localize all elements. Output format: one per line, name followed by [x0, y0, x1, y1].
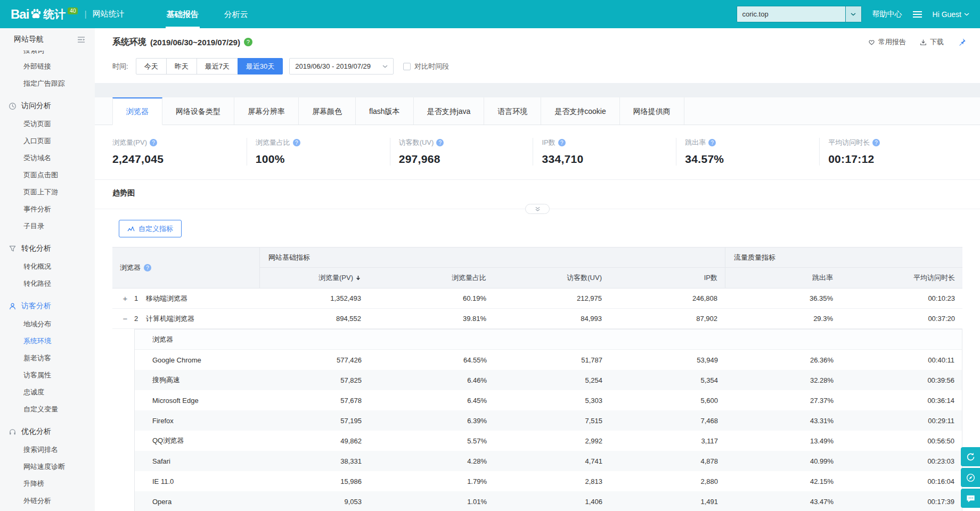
sidebar-item[interactable]: 转化概况 [0, 258, 95, 275]
chevron-down-icon[interactable] [845, 6, 861, 22]
help-icon[interactable]: ? [436, 139, 444, 146]
sidebar-item[interactable]: 地域分布 [0, 316, 95, 333]
help-icon[interactable]: ? [293, 139, 300, 146]
user-menu[interactable]: Hi Guest [933, 10, 969, 19]
table-row[interactable]: −2计算机端浏览器894,55239.81%84,99387,90229.3%0… [112, 309, 962, 329]
sidebar-item[interactable]: 自定义变量 [0, 401, 95, 418]
guide-float-button[interactable] [961, 468, 980, 487]
sidebar-item[interactable]: 外部链接 [0, 58, 95, 75]
help-icon[interactable]: ? [144, 264, 151, 271]
sidebar-item[interactable]: 页面点击图 [0, 167, 95, 184]
nav-tab[interactable]: 分析云 [211, 0, 261, 28]
column-header[interactable]: IP数 [609, 268, 725, 288]
row-value: 4,741 [494, 457, 610, 465]
range-button[interactable]: 最近30天 [238, 58, 283, 75]
menu-icon[interactable] [913, 11, 922, 18]
report-tab[interactable]: 网络提供商 [620, 97, 684, 125]
sidebar-item[interactable]: 页面上下游 [0, 184, 95, 201]
help-icon[interactable]: ? [244, 38, 252, 46]
sidebar-item[interactable]: 搜索词 [0, 51, 95, 58]
sidebar-item[interactable]: 系统环境 [0, 333, 95, 350]
range-button[interactable]: 今天 [136, 58, 167, 75]
site-selector[interactable]: coric.top [737, 6, 862, 22]
row-value: 43.47% [725, 498, 841, 506]
sidebar-item[interactable]: 受访页面 [0, 116, 95, 133]
column-header[interactable]: 浏览量占比 [369, 268, 494, 288]
sub-table-row[interactable]: Microsoft Edge57,6786.45%5,3035,60027.37… [135, 390, 962, 410]
custom-metric-button[interactable]: 自定义指标 [119, 220, 182, 237]
sidebar-item[interactable]: 外链分析 [0, 492, 95, 509]
sidebar-item[interactable]: 升降榜 [0, 475, 95, 492]
sidebar-item[interactable]: 新老访客 [0, 350, 95, 367]
column-header[interactable]: 跳出率 [725, 268, 840, 288]
range-button[interactable]: 昨天 [166, 58, 197, 75]
column-header-label: 浏览量(PV) [318, 273, 353, 283]
row-value: 38,331 [260, 457, 369, 465]
sidebar-item[interactable]: 指定广告跟踪 [0, 75, 95, 92]
metric-value: 297,968 [399, 153, 533, 166]
pin-icon[interactable] [958, 38, 966, 46]
date-range-select[interactable]: 2019/06/30 - 2019/07/29 [289, 58, 394, 75]
column-header[interactable]: 浏览量(PV) [259, 268, 369, 288]
help-icon[interactable]: ? [708, 139, 716, 146]
sub-table-row[interactable]: Safari38,3314.28%4,7414,87840.99%00:23:0… [135, 451, 962, 471]
chat-float-button[interactable] [961, 489, 980, 508]
sidebar-item[interactable]: 受访域名 [0, 150, 95, 167]
help-center-link[interactable]: 帮助中心 [872, 10, 902, 19]
sidebar-item[interactable]: 转化路径 [0, 275, 95, 292]
collapse-row-icon[interactable]: − [121, 315, 129, 323]
collapse-menu-icon[interactable] [77, 36, 85, 43]
download-button[interactable]: 下载 [920, 37, 944, 47]
report-tab[interactable]: 网络设备类型 [162, 97, 234, 125]
row-value: 00:37:20 [840, 315, 962, 323]
report-tab[interactable]: 是否支持java [414, 97, 485, 125]
range-button[interactable]: 最近7天 [197, 58, 238, 75]
sub-table-row[interactable]: 搜狗高速57,8256.46%5,2545,35432.28%00:39:56 [135, 370, 962, 390]
report-tab[interactable]: 屏幕分辨率 [234, 97, 299, 125]
report-tab[interactable]: 是否支持cookie [541, 97, 619, 125]
sidebar-item[interactable]: 访客属性 [0, 367, 95, 384]
baidu-tongji-logo[interactable]: Bai 统计 40 | 网站统计 [11, 7, 125, 22]
sidebar-section[interactable]: 优化分析 [0, 422, 95, 441]
report-tab[interactable]: 屏幕颜色 [299, 97, 356, 125]
metric-value: 100% [256, 153, 390, 166]
product-name: 网站统计 [93, 9, 125, 19]
trend-label: 趋势图 [112, 188, 962, 198]
nav-tab[interactable]: 基础报告 [154, 0, 211, 28]
compare-period-toggle[interactable]: 对比时间段 [403, 62, 449, 71]
sidebar-section[interactable]: 访客分析 [0, 296, 95, 316]
row-value: 00:17:39 [841, 498, 962, 506]
report-tab[interactable]: 语言环境 [484, 97, 541, 125]
sidebar-section[interactable]: 转化分析 [0, 239, 95, 258]
sub-table-row[interactable]: Google Chrome577,42664.55%51,78753,94926… [135, 350, 962, 370]
report-tab[interactable]: 浏览器 [112, 97, 162, 125]
sidebar-item[interactable]: 入口页面 [0, 133, 95, 150]
sidebar-section[interactable]: 访问分析 [0, 96, 95, 116]
favorite-report-button[interactable]: 常用报告 [868, 37, 906, 47]
sub-table-row[interactable]: IE 11.015,9861.79%2,8132,88042.15%00:16:… [135, 471, 962, 491]
sub-table-row[interactable]: Opera9,0531.01%1,4061,49143.47%00:17:39 [135, 491, 962, 511]
collapse-trend-button[interactable] [525, 204, 550, 214]
column-header[interactable]: 访客数(UV) [494, 268, 609, 288]
help-icon[interactable]: ? [872, 139, 880, 146]
sub-table-row[interactable]: Firefox57,1956.39%7,5157,46843.31%00:29:… [135, 410, 962, 431]
row-value: 212,975 [494, 294, 609, 302]
report-tab[interactable]: flash版本 [356, 97, 414, 125]
help-icon[interactable]: ? [150, 139, 157, 146]
sidebar-item[interactable]: 事件分析 [0, 201, 95, 218]
sidebar-item[interactable]: 搜索词排名 [0, 441, 95, 458]
sidebar-item[interactable]: 网站速度诊断 [0, 458, 95, 475]
sub-table-row[interactable]: QQ浏览器49,8625.57%2,9923,11713.49%00:56:50 [135, 431, 962, 451]
sidebar-item-site-nav[interactable]: 网站导航 [0, 28, 95, 51]
sidebar-item[interactable]: 子目录 [0, 218, 95, 235]
table-row[interactable]: +1移动端浏览器1,352,49360.19%212,975246,80836.… [112, 289, 962, 309]
logo-divider: | [84, 10, 86, 19]
column-header[interactable]: 平均访问时长 [840, 268, 962, 288]
help-icon[interactable]: ? [558, 139, 566, 146]
expand-row-icon[interactable]: + [121, 294, 129, 303]
chat-icon [966, 493, 976, 504]
refresh-float-button[interactable] [961, 447, 980, 466]
compare-checkbox[interactable] [403, 63, 411, 70]
sidebar-item[interactable]: 忠诚度 [0, 384, 95, 401]
sort-desc-icon[interactable] [355, 275, 361, 281]
